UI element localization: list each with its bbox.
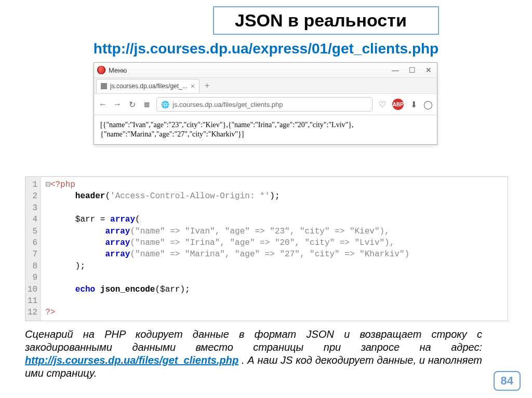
speed-dial-icon[interactable]: ▦	[142, 101, 151, 108]
description-paragraph: Сценарий на PHP кодирует данные в формат…	[25, 328, 482, 380]
line-number: 10	[28, 284, 37, 295]
code-text: ($arr);	[155, 285, 190, 294]
url-bar[interactable]: 🌐 js.courses.dp.ua/files/get_clients.php	[156, 97, 373, 112]
browser-tab[interactable]: js.courses.dp.ua/files/get_... ×	[96, 79, 200, 93]
back-icon[interactable]: ←	[98, 100, 108, 109]
code-text: ("name" => "Marina", "age" => "27", "cit…	[130, 250, 409, 259]
minimize-button[interactable]: —	[387, 63, 404, 77]
paragraph-link[interactable]: http://js.courses.dp.ua/files/get_client…	[25, 354, 238, 366]
code-text: 'Access-Control-Allow-Origin: *'	[110, 191, 270, 201]
code-text: header	[75, 191, 105, 201]
code-text: array	[110, 215, 135, 224]
code-text: $arr	[75, 215, 95, 224]
code-text: array	[105, 250, 130, 259]
tab-close-icon[interactable]: ×	[191, 82, 195, 90]
close-button[interactable]: ✕	[420, 63, 437, 77]
browser-content: [{"name":"Ivan","age":"23","city":"Kiev"…	[94, 115, 437, 144]
php-code-block: 1 2 3 4 5 6 7 8 9 10 11 12 ⊟<?php header…	[25, 176, 508, 321]
code-text: echo	[75, 285, 95, 294]
code-text: array	[105, 238, 130, 248]
code-text: =	[95, 215, 110, 224]
line-number-gutter: 1 2 3 4 5 6 7 8 9 10 11 12	[25, 177, 41, 321]
menu-label[interactable]: Меню	[109, 66, 387, 74]
top-url-link[interactable]: http://js.courses.dp.ua/express/01/get_c…	[0, 40, 532, 57]
maximize-button[interactable]: ☐	[404, 63, 420, 77]
favicon-icon	[101, 83, 107, 89]
line-number: 9	[28, 272, 37, 283]
line-number: 6	[28, 237, 37, 249]
line-number: 1	[28, 179, 37, 190]
code-text: );	[75, 262, 85, 271]
line-number: 11	[28, 295, 37, 307]
line-number: 3	[28, 202, 37, 214]
heart-icon[interactable]: ♡	[378, 100, 387, 109]
line-number: 2	[28, 190, 37, 202]
download-icon[interactable]: ⬇	[409, 100, 418, 109]
abp-badge-icon[interactable]: ABP	[392, 99, 404, 110]
globe-icon: 🌐	[161, 101, 169, 108]
tab-title: js.courses.dp.ua/files/get_...	[110, 83, 188, 90]
line-number: 5	[28, 226, 37, 237]
reload-icon[interactable]: ↻	[127, 100, 137, 109]
new-tab-button[interactable]: +	[200, 81, 215, 90]
opera-logo-icon	[97, 66, 105, 74]
line-number: 4	[28, 214, 37, 225]
forward-icon[interactable]: →	[113, 100, 122, 109]
line-number: 7	[28, 249, 37, 260]
code-text: ("name" => "Irina", "age" => "20", "city…	[130, 238, 394, 248]
url-text: js.courses.dp.ua/files/get_clients.php	[172, 101, 368, 108]
line-number: 8	[28, 260, 37, 272]
code-text: ?>	[45, 308, 55, 317]
line-number: 12	[28, 307, 37, 318]
browser-titlebar: Меню — ☐ ✕	[94, 63, 437, 78]
page-number: 84	[494, 371, 521, 391]
code-text: array	[105, 227, 130, 236]
code-text: <?php	[50, 180, 75, 189]
code-lines: ⊟<?php header('Access-Control-Allow-Orig…	[41, 177, 508, 321]
browser-window: Меню — ☐ ✕ js.courses.dp.ua/files/get_..…	[94, 62, 437, 145]
profile-icon[interactable]: ◯	[423, 100, 433, 109]
code-text: json_encode	[100, 285, 155, 294]
code-text: ("name" => "Ivan", "age" => "23", "city"…	[130, 227, 389, 236]
browser-tabs: js.courses.dp.ua/files/get_... × +	[94, 78, 437, 94]
slide-title: JSON в реальности	[213, 6, 439, 35]
paragraph-text-1: Сценарий на PHP кодирует данные в формат…	[25, 328, 482, 353]
window-controls: — ☐ ✕	[387, 63, 437, 77]
browser-toolbar: ← → ↻ ▦ 🌐 js.courses.dp.ua/files/get_cli…	[94, 94, 437, 115]
